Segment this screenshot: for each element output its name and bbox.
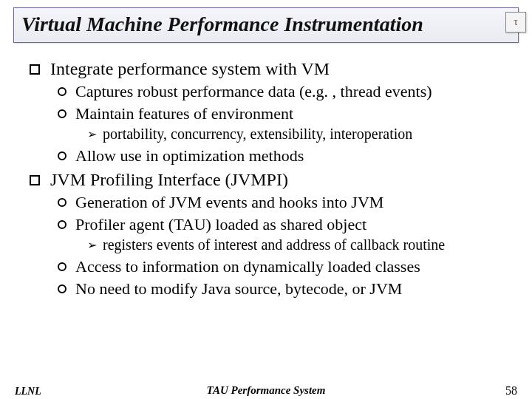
square-bullet-icon: [30, 175, 40, 185]
bullet-level2: Captures robust performance data (e.g. ,…: [58, 82, 511, 101]
circle-bullet-icon: [58, 284, 66, 293]
bullet-text: JVM Profiling Interface (JVMPI): [50, 170, 288, 190]
bullet-text: registers events of interest and address…: [103, 236, 445, 253]
bullet-level2: Access to information on dynamically loa…: [58, 257, 511, 276]
bullet-text: Generation of JVM events and hooks into …: [75, 193, 383, 212]
bullet-text: Integrate performance system with VM: [50, 59, 330, 79]
slide-title: Virtual Machine Performance Instrumentat…: [21, 13, 511, 36]
page-number: 58: [505, 384, 517, 398]
bullet-text: No need to modify Java source, bytecode,…: [75, 279, 402, 299]
bullet-level3: ➢ registers events of interest and addre…: [87, 236, 511, 254]
bullet-level1: JVM Profiling Interface (JVMPI): [30, 170, 511, 190]
tau-logo-icon: τ: [505, 12, 526, 33]
bullet-text: portability, concurrency, extensibility,…: [103, 126, 412, 143]
chevron-right-icon: ➢: [87, 236, 97, 254]
slide-content: Integrate performance system with VM Cap…: [0, 43, 532, 299]
circle-bullet-icon: [58, 87, 66, 96]
circle-bullet-icon: [58, 262, 66, 271]
footer-left: LLNL: [15, 386, 41, 398]
circle-bullet-icon: [58, 151, 66, 160]
bullet-text: Maintain features of environment: [75, 104, 293, 123]
square-bullet-icon: [30, 64, 40, 75]
bullet-level2: Maintain features of environment: [58, 104, 511, 123]
logo-letter: τ: [514, 16, 518, 28]
circle-bullet-icon: [58, 109, 66, 118]
footer-center: TAU Performance System: [207, 384, 326, 397]
bullet-level2: Allow use in optimization methods: [58, 146, 511, 166]
bullet-text: Allow use in optimization methods: [75, 146, 304, 166]
bullet-level2: Generation of JVM events and hooks into …: [58, 193, 511, 212]
bullet-level2: No need to modify Java source, bytecode,…: [58, 279, 511, 299]
circle-bullet-icon: [58, 198, 66, 207]
bullet-level2: Profiler agent (TAU) loaded as shared ob…: [58, 215, 511, 234]
bullet-level3: ➢ portability, concurrency, extensibilit…: [87, 126, 511, 143]
title-bar: Virtual Machine Performance Instrumentat…: [13, 7, 519, 43]
slide-footer: LLNL TAU Performance System 58: [0, 384, 532, 398]
slide: τ Virtual Machine Performance Instrument…: [0, 7, 532, 399]
chevron-right-icon: ➢: [87, 126, 97, 143]
bullet-level1: Integrate performance system with VM: [30, 59, 511, 79]
bullet-text: Profiler agent (TAU) loaded as shared ob…: [75, 215, 366, 234]
circle-bullet-icon: [58, 220, 66, 229]
bullet-text: Captures robust performance data (e.g. ,…: [75, 82, 432, 101]
bullet-text: Access to information on dynamically loa…: [75, 257, 420, 276]
